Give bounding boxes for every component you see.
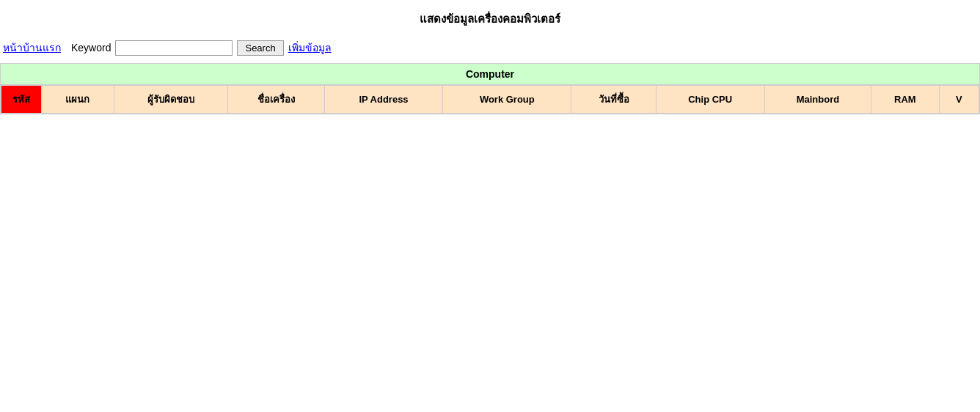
col-header-responsible: ผู้รับผิดชอบ xyxy=(114,86,227,114)
search-button[interactable]: Search xyxy=(237,40,283,56)
keyword-label: Keyword xyxy=(71,42,111,54)
home-link[interactable]: หน้าบ้านแรก xyxy=(3,40,61,56)
toolbar: หน้าบ้านแรก Keyword Search เพิ่มข้อมูล xyxy=(0,35,980,63)
col-header-department: แผนก xyxy=(42,86,114,114)
page-title: แสดงข้อมูลเครื่องคอมพิวเตอร์ xyxy=(0,0,980,35)
table-section-header: Computer xyxy=(1,64,979,85)
col-header-ram: RAM xyxy=(871,86,940,114)
keyword-input[interactable] xyxy=(115,40,233,56)
data-table: รหัส แผนก ผู้รับผิดชอบ ชื่อเครื่อง IP Ad… xyxy=(1,85,979,114)
add-link[interactable]: เพิ่มข้อมูล xyxy=(288,40,332,56)
col-header-v: V xyxy=(939,86,979,114)
col-header-mainboard: Mainbord xyxy=(764,86,871,114)
table-header-row: รหัส แผนก ผู้รับผิดชอบ ชื่อเครื่อง IP Ad… xyxy=(1,86,979,114)
col-header-machine-name: ชื่อเครื่อง xyxy=(228,86,325,114)
col-header-purchase-date: วันที่ซื้อ xyxy=(571,86,656,114)
col-header-id: รหัส xyxy=(1,86,42,114)
col-header-chip-cpu: Chip CPU xyxy=(656,86,764,114)
col-header-ip: IP Address xyxy=(324,86,442,114)
col-header-workgroup: Work Group xyxy=(443,86,571,114)
table-wrapper: Computer รหัส แผนก ผู้รับผิดชอบ ชื่อเครื… xyxy=(0,63,980,114)
